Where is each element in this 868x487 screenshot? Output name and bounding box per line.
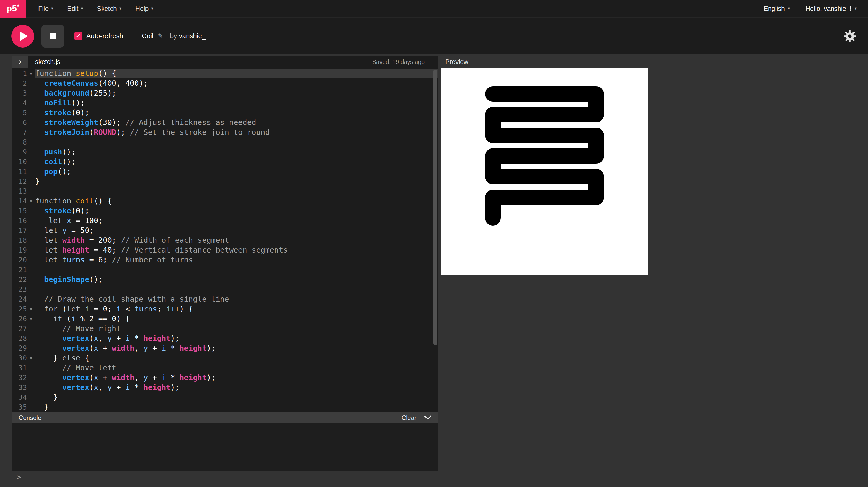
gutter: 17 [12,226,35,235]
code-text: function coil() { [35,196,438,206]
language-selector[interactable]: English ▾ [764,5,790,12]
code-text: let height = 40; // Vertical distance be… [35,245,438,255]
code-line[interactable]: 13 [12,187,438,196]
sidebar-expand-button[interactable]: › [12,56,28,68]
code-line[interactable]: 18 let width = 200; // Width of each seg… [12,235,438,245]
code-text: } [35,402,438,412]
code-line[interactable]: 6 strokeWeight(30); // Adjust thickness … [12,118,438,128]
fold-spacer [27,78,35,88]
user-greeting: Hello, vanshie_! [805,5,851,12]
line-number: 14 [12,196,27,206]
code-line[interactable]: 28 vertex(x, y + i * height); [12,334,438,344]
code-line[interactable]: 30▼ } else { [12,353,438,363]
code-text: push(); [35,147,438,157]
console-output [12,423,438,471]
code-line[interactable]: 4 noFill(); [12,98,438,108]
line-number: 15 [12,206,27,216]
file-tab-sketch-js[interactable]: sketch.js [35,58,60,66]
preview-svg [441,68,648,275]
console-prompt[interactable]: > [17,473,21,482]
code-line[interactable]: 20 let turns = 6; // Number of turns [12,255,438,265]
gutter: 12 [12,176,35,187]
code-line[interactable]: 17 let y = 50; [12,226,438,235]
code-line[interactable]: 21 [12,265,438,275]
code-line[interactable]: 23 [12,285,438,294]
editor-scrollbar[interactable] [433,70,437,345]
code-line[interactable]: 3 background(255); [12,88,438,98]
console-collapse-chevron-icon[interactable] [424,415,432,420]
menu-edit[interactable]: Edit▾ [67,5,83,12]
code-line[interactable]: 19 let height = 40; // Vertical distance… [12,245,438,255]
menu-sketch[interactable]: Sketch▾ [97,5,121,12]
code-line[interactable]: 11 pop(); [12,167,438,176]
code-text: vertex(x + width, y + i * height); [35,373,438,383]
code-line[interactable]: 29 vertex(x + width, y + i * height); [12,344,438,353]
code-line[interactable]: 14▼function coil() { [12,196,438,206]
menu-label: Help [135,5,149,12]
line-number: 8 [12,137,27,147]
code-line[interactable]: 16 let x = 100; [12,216,438,226]
code-line[interactable]: 33 vertex(x, y + i * height); [12,383,438,392]
owner-link[interactable]: vanshie_ [179,32,206,40]
p5-logo[interactable]: p5* [0,0,26,17]
code-text: noFill(); [35,98,438,108]
gutter: 30▼ [12,353,35,363]
code-text [35,265,438,275]
code-line[interactable]: 31 // Move left [12,363,438,373]
code-line[interactable]: 32 vertex(x + width, y + i * height); [12,373,438,383]
gutter: 26▼ [12,314,35,324]
code-line[interactable]: 26▼ if (i % 2 == 0) { [12,314,438,324]
fold-spacer [27,108,35,118]
code-line[interactable]: 1▼function setup() { [12,69,438,78]
line-number: 18 [12,235,27,245]
code-text: if (i % 2 == 0) { [35,314,438,324]
menu-help[interactable]: Help▾ [135,5,153,12]
code-text: coil(); [35,157,438,167]
code-line[interactable]: 5 stroke(0); [12,108,438,118]
code-editor[interactable]: 1▼function setup() {2 createCanvas(400, … [12,68,438,412]
code-line[interactable]: 25▼ for (let i = 0; i < turns; i++) { [12,304,438,314]
code-line[interactable]: 10 coil(); [12,157,438,167]
auto-refresh-checkbox[interactable]: ✓ [74,32,82,40]
play-button[interactable] [11,25,34,47]
fold-marker-icon[interactable]: ▼ [27,353,35,363]
code-line[interactable]: 24 // Draw the coil shape with a single … [12,294,438,304]
stop-button[interactable] [41,25,64,47]
chevron-down-icon: ▾ [151,6,153,11]
code-line[interactable]: 15 stroke(0); [12,206,438,216]
fold-spacer [27,275,35,285]
code-line[interactable]: 34 } [12,392,438,402]
settings-button[interactable] [843,29,857,43]
line-number: 7 [12,128,27,137]
fold-marker-icon[interactable]: ▼ [27,304,35,314]
code-line[interactable]: 9 push(); [12,147,438,157]
gutter: 4 [12,98,35,108]
user-menu[interactable]: Hello, vanshie_! ▾ [805,5,857,12]
edit-project-name-icon[interactable]: ✎ [158,32,163,40]
auto-refresh-label: Auto-refresh [86,32,123,40]
fold-marker-icon[interactable]: ▼ [27,69,35,78]
fold-marker-icon[interactable]: ▼ [27,196,35,206]
line-number: 27 [12,324,27,334]
menu-file[interactable]: File▾ [38,5,53,12]
fold-spacer [27,128,35,137]
code-text: stroke(0); [35,206,438,216]
fold-spacer [27,167,35,176]
console-clear-button[interactable]: Clear [402,414,416,421]
code-line[interactable]: 35 } [12,402,438,412]
code-line[interactable]: 27 // Move right [12,324,438,334]
code-line[interactable]: 12} [12,176,438,187]
code-line[interactable]: 2 createCanvas(400, 400); [12,78,438,88]
line-number: 35 [12,402,27,412]
code-line[interactable]: 8 [12,137,438,147]
menu-label: File [38,5,49,12]
fold-marker-icon[interactable]: ▼ [27,314,35,324]
gear-icon [843,29,857,43]
line-number: 10 [12,157,27,167]
code-text: function setup() { [35,69,438,78]
line-number: 4 [12,98,27,108]
coil-shape [493,94,596,218]
code-line[interactable]: 22 beginShape(); [12,275,438,285]
code-line[interactable]: 7 strokeJoin(ROUND); // Set the stroke j… [12,128,438,137]
project-name: Coil [142,32,153,40]
